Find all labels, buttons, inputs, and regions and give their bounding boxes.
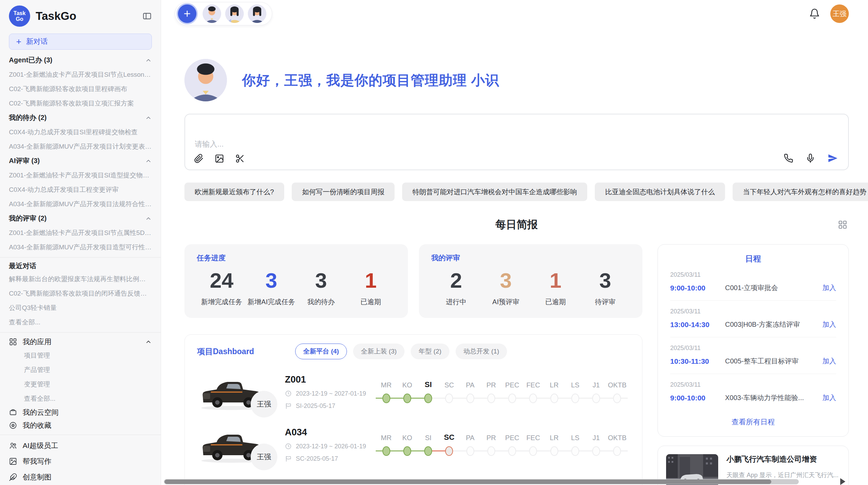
milestone-SI: SI — [418, 431, 439, 458]
paperclip-icon[interactable] — [194, 154, 204, 163]
sidebar-item-my-apps[interactable]: 我的应用 — [9, 335, 152, 348]
tool-label: 创意制图 — [23, 472, 51, 482]
chevron-up-icon[interactable] — [145, 114, 152, 121]
recent-chats-label: 最近对话 — [9, 261, 36, 271]
image-icon[interactable] — [215, 154, 224, 163]
divider — [0, 257, 161, 258]
sidebar-item-cloud-space[interactable]: 我的云空间 — [9, 406, 152, 419]
grid-icon[interactable] — [838, 220, 847, 229]
sidebar-task-item[interactable]: C02-飞腾新能源轻客改款项目立项汇报方案 — [9, 96, 152, 111]
join-link[interactable]: 加入 — [822, 393, 836, 402]
next-milestone-text: SI-2025-05-17 — [296, 402, 335, 410]
project-row[interactable]: 王强A0342023-12-19 ~ 2026-01-19SC-2025-05-… — [197, 424, 630, 465]
recent-chat-item[interactable]: 解释最新出台的欧盟报废车法规再生塑料比例被调至15%... — [9, 272, 152, 286]
agent-crew-pill — [175, 2, 272, 25]
join-link[interactable]: 加入 — [822, 283, 836, 293]
group-label: Agent已办 (3) — [9, 55, 52, 65]
add-agent-button[interactable] — [178, 4, 196, 23]
mic-icon[interactable] — [806, 153, 815, 163]
app-subitem[interactable]: 产品管理 — [9, 363, 152, 377]
input-placeholder: 请输入... — [195, 139, 224, 149]
message-input[interactable]: 请输入... — [184, 114, 849, 170]
sidebar-task-item[interactable]: Z001-全新燃油轻卡产品开发项目SI造型提交物评审 — [9, 168, 152, 183]
sidebar-collapse-icon[interactable] — [142, 11, 152, 21]
scrollbar-thumb[interactable] — [165, 480, 771, 484]
milestone-dot — [529, 446, 537, 456]
sidebar-task-item[interactable]: C0X4-动力总成开发项目工程变更评审 — [9, 183, 152, 197]
suggestion-chip[interactable]: 如何写一份清晰的项目周报 — [292, 183, 395, 201]
chevron-up-icon[interactable] — [145, 57, 152, 64]
project-row[interactable]: 王强Z0012023-12-19 ~ 2027-01-19SI-2025-05-… — [197, 372, 630, 412]
recent-chat-item[interactable]: 查看全部... — [9, 315, 152, 329]
dashboard-tab[interactable]: 全新上装 (3) — [353, 344, 405, 359]
sidebar-task-item[interactable]: A034-全新新能源MUV产品开发项目造型可行性评审 — [9, 240, 152, 254]
user-avatar[interactable]: 王强 — [830, 4, 849, 23]
scissors-icon[interactable] — [235, 154, 245, 163]
milestone-dot — [508, 446, 516, 456]
new-chat-button[interactable]: + 新对话 — [9, 34, 152, 50]
send-icon[interactable] — [828, 153, 838, 163]
sidebar-task-item[interactable]: C0X4-动力总成开发项目SI里程碑提交物检查 — [9, 125, 152, 139]
milestone-dot-row — [544, 391, 565, 406]
join-link[interactable]: 加入 — [822, 320, 836, 329]
scroll-right-arrow[interactable] — [840, 478, 845, 485]
event-row: 9:00-10:00C001-立项审批会加入 — [670, 283, 836, 293]
suggestion-chip[interactable]: 比亚迪全固态电池计划具体说了什么 — [595, 183, 725, 201]
milestone-dot — [403, 394, 411, 403]
greeting-row: 你好，王强，我是你的项目管理助理 小识 — [184, 59, 849, 101]
sidebar-task-item[interactable]: Z001-全新燃油皮卡产品开发项目SI节点Lesson Learn报告 — [9, 67, 152, 82]
milestone-MR: MR — [376, 378, 397, 406]
app-subitem[interactable]: 变更管理 — [9, 377, 152, 391]
my-apps-label: 我的应用 — [23, 337, 140, 347]
milestone-dot-row — [418, 444, 439, 458]
sidebar-task-item[interactable]: A034-全新新能源MUV产品开发项目计划变更表编写 — [9, 139, 152, 154]
chevron-up-icon[interactable] — [145, 158, 152, 164]
sidebar-item-favorites[interactable]: 我的收藏 — [9, 419, 152, 432]
milestone-PR: PR — [481, 378, 502, 406]
milestone-dot-row — [460, 444, 481, 458]
suggestion-chip[interactable]: 当下年轻人对汽车外观有怎样的喜好趋势 — [733, 183, 868, 201]
join-link[interactable]: 加入 — [822, 357, 836, 366]
avatar[interactable] — [225, 4, 244, 23]
sidebar-task-item[interactable]: A034-全新新能源MUV产品开发项目法规符合性评审 — [9, 197, 152, 211]
taskgo-logo: Task Go — [9, 5, 30, 27]
sidebar-task-item[interactable]: Z001-全新燃油轻卡产品开发项目SI节点属性5D文件评审 — [9, 226, 152, 240]
sidebar-item-创意制图[interactable]: 创意制图 — [9, 469, 152, 485]
milestone-dot-row — [481, 391, 502, 406]
recent-chat-item[interactable]: 公司Q3轻卡销量 — [9, 301, 152, 315]
milestone-dot-row — [565, 391, 586, 406]
sidebar-item-AI超级员工[interactable]: AI超级员工 — [9, 438, 152, 453]
phone-icon[interactable] — [784, 153, 793, 163]
bell-icon[interactable] — [809, 8, 820, 19]
avatar[interactable] — [248, 4, 266, 23]
horizontal-scrollbar[interactable] — [164, 479, 799, 484]
schedule-event: 2025/03/119:00-10:00C001-立项审批会加入 — [670, 264, 836, 301]
suggestion-chip[interactable]: 特朗普可能对进口汽车增税会对中国车企造成哪些影响 — [402, 183, 587, 201]
chevron-up-icon[interactable] — [145, 215, 152, 222]
milestone-label: PA — [466, 431, 474, 442]
recent-chat-item[interactable]: C02-飞腾新能源轻客改款项目的闭环通告反馈情况 — [9, 286, 152, 301]
sidebar-task-item[interactable]: C02-飞腾新能源轻客改款项目里程碑画布 — [9, 82, 152, 96]
dashboard-tab[interactable]: 动总开发 (1) — [456, 344, 507, 359]
stat-item: 3AI预评审 — [481, 268, 531, 307]
avatar[interactable] — [203, 4, 221, 23]
owner-badge: 王强 — [251, 444, 277, 470]
app-subitem[interactable]: 查看全部... — [9, 391, 152, 406]
project-code: A034 — [285, 427, 365, 438]
stat-value: 24 — [210, 268, 233, 293]
event-row: 9:00-10:00X003-车辆动力学性能验...加入 — [670, 393, 836, 402]
dashboard-tab[interactable]: 全新平台 (4) — [295, 344, 347, 359]
project-next-milestone: SC-2025-05-17 — [285, 455, 365, 462]
stat-item: 1已逾期 — [346, 268, 396, 307]
suggestion-chip[interactable]: 欧洲新规最近颁布了什么? — [184, 183, 284, 201]
milestone-label: PEC — [505, 431, 519, 442]
chevron-up-icon[interactable] — [145, 338, 152, 345]
view-all-schedule-link[interactable]: 查看所有日程 — [670, 417, 836, 427]
grid-icon — [9, 338, 17, 346]
milestone-dot-row — [439, 444, 460, 458]
dashboard-tab[interactable]: 年型 (2) — [411, 344, 449, 359]
feather-icon — [9, 473, 17, 481]
project-code: Z001 — [285, 374, 365, 385]
sidebar-item-帮我写作[interactable]: 帮我写作 — [9, 453, 152, 469]
app-subitem[interactable]: 项目管理 — [9, 348, 152, 363]
